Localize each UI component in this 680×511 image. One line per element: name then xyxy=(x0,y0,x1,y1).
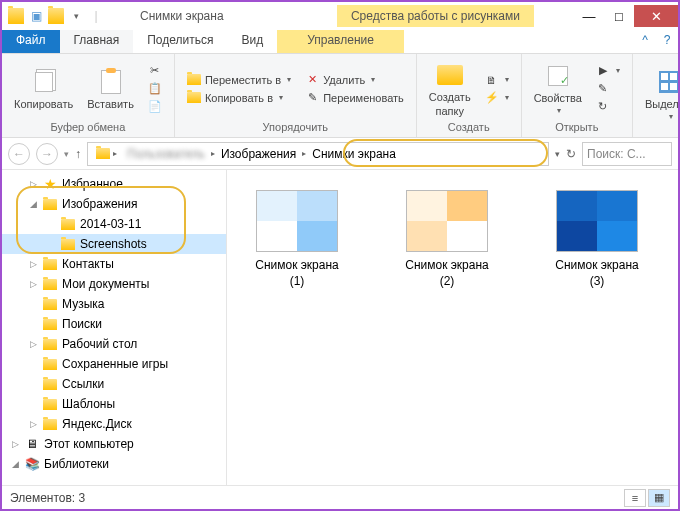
shortcut-icon: 📄 xyxy=(148,100,162,114)
open-button[interactable]: ▶▾ xyxy=(592,63,624,79)
navigation-tree[interactable]: ▷★Избранное◢Изображения2014-03-11Screens… xyxy=(2,170,227,486)
paste-icon xyxy=(97,68,125,96)
pc-icon: 🖥 xyxy=(24,437,40,451)
tree-item[interactable]: Шаблоны xyxy=(2,394,226,414)
breadcrumb-dropdown-icon[interactable]: ▾ xyxy=(555,149,560,159)
delete-button[interactable]: ✕Удалить▾ xyxy=(301,72,408,88)
folder-icon xyxy=(42,337,58,351)
tree-item[interactable]: ▷Мои документы xyxy=(2,274,226,294)
tree-item[interactable]: ◢📚Библиотеки xyxy=(2,454,226,474)
qat-dropdown-icon[interactable]: ▾ xyxy=(68,8,84,24)
copy-to-button[interactable]: Копировать в▾ xyxy=(183,90,295,106)
tree-item[interactable]: ▷Контакты xyxy=(2,254,226,274)
expand-arrow-icon[interactable]: ▷ xyxy=(28,339,38,349)
rename-button[interactable]: ✎Переименовать xyxy=(301,90,408,106)
tree-item[interactable]: Поиски xyxy=(2,314,226,334)
tab-share[interactable]: Поделиться xyxy=(133,30,227,53)
tab-view[interactable]: Вид xyxy=(227,30,277,53)
new-folder-icon[interactable] xyxy=(48,8,64,24)
tree-item[interactable]: 2014-03-11 xyxy=(2,214,226,234)
up-button[interactable]: ↑ xyxy=(75,147,81,161)
copy-path-button[interactable]: 📋 xyxy=(144,81,166,97)
expand-arrow-icon[interactable]: ▷ xyxy=(28,419,38,429)
paste-shortcut-button[interactable]: 📄 xyxy=(144,99,166,115)
open-icon: ▶ xyxy=(596,64,610,78)
collapse-ribbon-button[interactable]: ^ xyxy=(634,30,656,53)
thumbnails-view-button[interactable]: ▦ xyxy=(648,489,670,507)
folder-icon xyxy=(42,197,58,211)
properties-icon[interactable]: ▣ xyxy=(28,8,44,24)
tree-item[interactable]: ▷Яндекс.Диск xyxy=(2,414,226,434)
tree-item-label: Этот компьютер xyxy=(44,437,134,451)
file-thumbnail[interactable]: Снимок экрана(2) xyxy=(387,190,507,289)
expand-arrow-icon[interactable]: ◢ xyxy=(10,459,20,469)
tree-item[interactable]: ▷🖥Этот компьютер xyxy=(2,434,226,454)
history-icon: ↻ xyxy=(596,100,610,114)
breadcrumb-seg-screenshots[interactable]: Снимки экрана xyxy=(308,147,400,161)
edit-button[interactable]: ✎ xyxy=(592,81,624,97)
folder-icon xyxy=(42,317,58,331)
copy-button[interactable]: Копировать xyxy=(10,66,77,112)
status-count: 3 xyxy=(79,491,86,505)
new-folder-icon xyxy=(436,61,464,89)
cut-button[interactable]: ✂ xyxy=(144,63,166,79)
details-view-button[interactable]: ≡ xyxy=(624,489,646,507)
recent-dropdown-icon[interactable]: ▾ xyxy=(64,149,69,159)
thumbnail-image xyxy=(406,190,488,252)
search-input[interactable]: Поиск: С... xyxy=(582,142,672,166)
tree-item-label: Избранное xyxy=(62,177,123,191)
select-button[interactable]: Выделить ▾ xyxy=(641,66,680,123)
file-thumbnail[interactable]: Снимок экрана(1) xyxy=(237,190,357,289)
refresh-button[interactable]: ↻ xyxy=(566,147,576,161)
file-list[interactable]: Снимок экрана(1)Снимок экрана(2)Снимок э… xyxy=(227,170,678,486)
maximize-button[interactable]: □ xyxy=(604,5,634,27)
file-thumbnail[interactable]: Снимок экрана(3) xyxy=(537,190,657,289)
ribbon-tabs: Файл Главная Поделиться Вид Управление ^… xyxy=(2,30,678,54)
quick-access-toolbar: ▣ ▾ | xyxy=(2,8,110,24)
tree-item[interactable]: ▷★Избранное xyxy=(2,174,226,194)
tree-item[interactable]: ▷Рабочий стол xyxy=(2,334,226,354)
properties-button[interactable]: Свойства ▾ xyxy=(530,60,586,117)
picture-tools-header: Средства работы с рисунками xyxy=(337,5,534,27)
tree-item[interactable]: Музыка xyxy=(2,294,226,314)
forward-button[interactable]: → xyxy=(36,143,58,165)
tree-item[interactable]: Screenshots xyxy=(2,234,226,254)
tree-item[interactable]: Сохраненные игры xyxy=(2,354,226,374)
window-title: Снимки экрана xyxy=(110,9,337,23)
move-to-button[interactable]: Переместить в▾ xyxy=(183,72,295,88)
tab-manage[interactable]: Управление xyxy=(277,30,404,53)
tree-item-label: Ссылки xyxy=(62,377,104,391)
thumbnail-image xyxy=(256,190,338,252)
breadcrumb[interactable]: ▸ Пользователь ▸ Изображения ▸ Снимки эк… xyxy=(87,142,549,166)
ribbon-group-select: Выделить ▾ xyxy=(633,54,680,137)
tree-item[interactable]: ◢Изображения xyxy=(2,194,226,214)
tree-item[interactable]: Ссылки xyxy=(2,374,226,394)
tab-home[interactable]: Главная xyxy=(60,30,134,53)
back-button[interactable]: ← xyxy=(8,143,30,165)
ribbon-group-new: Создать папку 🗎▾ ⚡▾ Создать xyxy=(417,54,522,137)
status-bar: Элементов: 3 ≡ ▦ xyxy=(2,485,678,509)
easy-access-button[interactable]: ⚡▾ xyxy=(481,90,513,106)
expand-arrow-icon[interactable]: ▷ xyxy=(28,279,38,289)
link-icon: 📋 xyxy=(148,82,162,96)
new-folder-button[interactable]: Создать папку xyxy=(425,59,475,119)
expand-arrow-icon[interactable]: ▷ xyxy=(10,439,20,449)
expand-arrow-icon[interactable]: ▷ xyxy=(28,179,38,189)
breadcrumb-root-icon[interactable]: ▸ xyxy=(92,148,121,159)
expand-arrow-icon[interactable]: ▷ xyxy=(28,259,38,269)
expand-arrow-icon[interactable]: ◢ xyxy=(28,199,38,209)
help-button[interactable]: ? xyxy=(656,30,678,53)
paste-button[interactable]: Вставить xyxy=(83,66,138,112)
breadcrumb-blurred: Пользователь xyxy=(123,147,209,161)
tab-file[interactable]: Файл xyxy=(2,30,60,53)
ribbon-group-open: Свойства ▾ ▶▾ ✎ ↻ Открыть xyxy=(522,54,633,137)
ribbon-group-organize: Переместить в▾ Копировать в▾ ✕Удалить▾ ✎… xyxy=(175,54,417,137)
new-item-button[interactable]: 🗎▾ xyxy=(481,72,513,88)
select-icon xyxy=(656,68,680,96)
close-button[interactable]: ✕ xyxy=(634,5,678,27)
folder-icon xyxy=(42,417,58,431)
tree-item-label: Библиотеки xyxy=(44,457,109,471)
breadcrumb-seg-pictures[interactable]: Изображения xyxy=(217,147,300,161)
history-button[interactable]: ↻ xyxy=(592,99,624,115)
minimize-button[interactable]: — xyxy=(574,5,604,27)
